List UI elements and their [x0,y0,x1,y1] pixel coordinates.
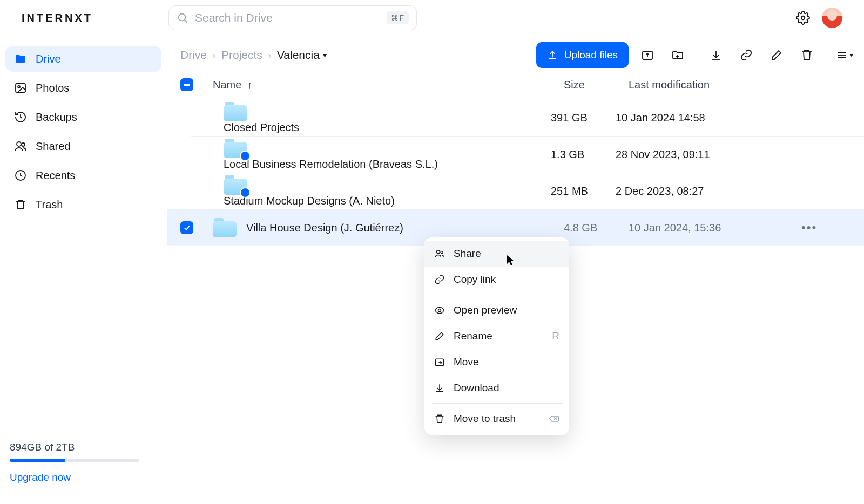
sidebar-item-backups[interactable]: Backups [5,104,161,130]
breadcrumb-current[interactable]: Valencia ▾ [277,49,327,62]
file-name: Local Business Remodelation (Braveas S.L… [224,158,438,170]
folder-shared-icon [224,139,247,158]
svg-rect-3 [16,84,25,92]
more-button[interactable]: ••• [801,221,823,235]
upload-icon [547,50,558,60]
folder-plus-icon [671,49,684,62]
eye-icon [434,305,445,316]
menu-move[interactable]: Move [424,349,569,375]
backspace-icon [549,415,559,423]
breadcrumb-root[interactable]: Drive [180,49,207,62]
file-size: 251 MB [551,185,616,197]
menu-trash[interactable]: Move to trash [424,406,569,432]
svg-point-15 [441,251,443,253]
menu-open-preview[interactable]: Open preview [424,297,569,323]
download-icon [710,49,723,62]
chevron-down-icon: ▾ [850,51,853,59]
svg-point-4 [18,86,20,88]
file-name: Villa House Design (J. Gutiérrez) [246,222,403,234]
file-size: 1.3 GB [551,148,616,161]
trash-icon [800,49,813,62]
pencil-icon [770,49,783,62]
table-row[interactable]: Closed Projects 391 GB 10 Jan 2024 14:58 [191,99,864,136]
file-modified: 28 Nov 2023, 09:11 [616,148,788,161]
storage-text: 894GB of 2TB [10,441,157,453]
folder-icon [224,102,247,121]
column-size[interactable]: Size [564,79,629,91]
sidebar-item-recents[interactable]: Recents [5,162,161,188]
svg-line-1 [185,20,187,22]
folder-icon [14,52,27,65]
link-button[interactable] [737,46,755,64]
settings-button[interactable] [794,9,812,27]
menu-copy-link[interactable]: Copy link [424,267,569,292]
chevron-right-icon: › [268,49,272,62]
search-icon [177,12,188,24]
chevron-right-icon: › [212,49,216,62]
upload-folder-button[interactable] [638,46,657,64]
rename-button[interactable] [767,46,786,64]
cursor-icon [507,255,515,267]
column-name[interactable]: Name [213,79,241,91]
breadcrumb-mid[interactable]: Projects [221,49,262,62]
menu-download[interactable]: Download [424,375,569,401]
menu-rename[interactable]: Rename R [424,323,569,349]
folder-up-icon [641,49,654,62]
list-icon [836,49,848,61]
sidebar-item-label: Shared [36,140,71,153]
breadcrumb: Drive › Projects › Valencia ▾ [180,49,327,62]
svg-point-14 [437,250,440,254]
file-modified: 10 Jan 2024 14:58 [616,112,788,124]
search-input[interactable]: Search in Drive ⌘F [168,5,417,30]
file-size: 391 GB [551,112,616,124]
row-checkbox[interactable] [180,221,193,234]
svg-point-2 [801,16,805,20]
sidebar-item-label: Trash [36,199,63,211]
gear-icon [796,11,810,25]
file-modified: 10 Jan 2024, 15:36 [629,222,801,234]
folder-shared-icon [224,175,247,195]
trash-icon [434,413,445,424]
view-toggle-button[interactable]: ▾ [836,46,853,64]
image-icon [14,81,27,94]
upgrade-link[interactable]: Upgrade now [10,472,157,483]
svg-point-5 [17,142,21,146]
storage-fill [10,459,65,462]
table-row[interactable]: Stadium Mockup Designs (A. Nieto) 251 MB… [191,173,864,209]
sidebar-item-label: Photos [36,82,69,94]
sidebar-item-trash[interactable]: Trash [5,192,161,217]
folder-icon [213,218,237,237]
delete-button[interactable] [798,46,816,64]
search-placeholder: Search in Drive [195,11,273,24]
sidebar-item-drive[interactable]: Drive [5,46,161,72]
context-menu: Share Copy link Open preview Rename R Mo… [424,237,569,435]
move-icon [434,357,445,367]
users-icon [434,248,445,259]
svg-point-6 [22,143,25,146]
menu-share[interactable]: Share [424,241,569,267]
trash-icon [14,198,27,211]
sidebar-item-photos[interactable]: Photos [5,75,161,101]
column-modified[interactable]: Last modification [629,79,801,91]
sort-asc-icon[interactable]: ↑ [247,79,252,91]
clock-icon [14,169,27,182]
sidebar-item-shared[interactable]: Shared [5,133,161,159]
chevron-down-icon: ▾ [323,51,327,59]
storage-bar [10,459,139,462]
sidebar-item-label: Backups [36,111,77,124]
new-folder-button[interactable] [669,46,687,64]
search-shortcut: ⌘F [387,11,409,24]
download-button[interactable] [707,46,725,64]
svg-point-16 [438,309,441,312]
select-all-checkbox[interactable] [180,78,193,91]
link-icon [434,274,445,285]
shortcut-key: R [552,330,559,342]
upload-button[interactable]: Upload files [536,42,629,68]
table-row[interactable]: Local Business Remodelation (Braveas S.L… [191,136,864,173]
link-icon [740,49,753,62]
avatar[interactable] [822,8,842,28]
svg-point-0 [179,14,186,21]
sidebar-item-label: Recents [36,169,75,182]
file-size: 4.8 GB [564,222,629,234]
pencil-icon [434,331,445,342]
